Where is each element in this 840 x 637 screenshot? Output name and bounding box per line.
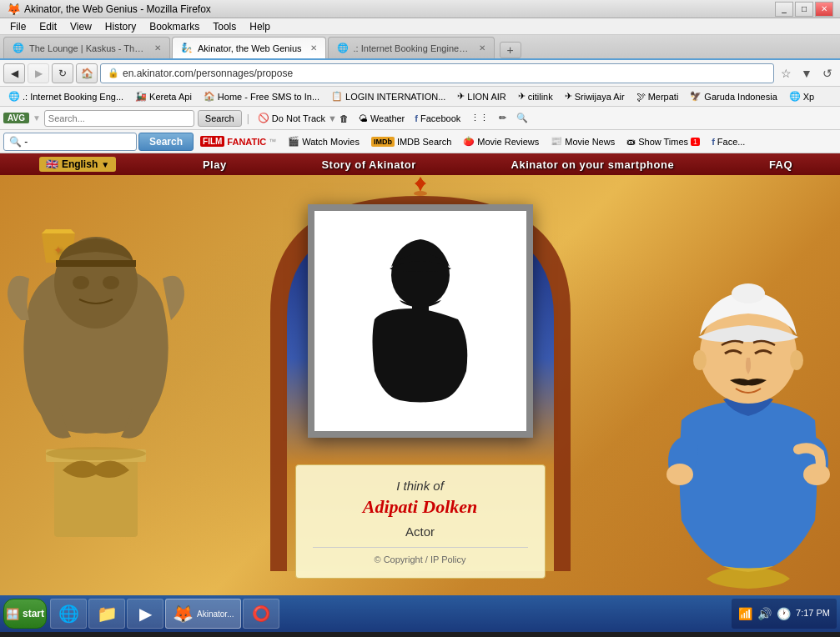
tab-booking[interactable]: 🌐 .: Internet Booking Engine of Asia Wis… xyxy=(328,37,495,58)
bm-merpati[interactable]: 🕊 Merpati xyxy=(631,90,684,103)
facebook-btn[interactable]: f Facebook xyxy=(411,112,464,125)
show-times-badge: 1 xyxy=(691,138,700,146)
taskbar-firefox-item[interactable]: 🦊 Akinator... xyxy=(165,599,241,629)
bookmark-star-icon[interactable]: ☆ xyxy=(777,64,795,83)
imdb-item[interactable]: IMDb IMDB Search xyxy=(366,136,456,148)
bm-kereta[interactable]: 🚂 Kereta Api xyxy=(130,89,197,103)
menu-tools[interactable]: Tools xyxy=(206,19,243,34)
menu-edit[interactable]: Edit xyxy=(33,19,63,34)
refresh-icon[interactable]: ↺ xyxy=(818,64,837,83)
imdb-icon: IMDb xyxy=(371,137,395,147)
tab-akinator-close[interactable]: ✕ xyxy=(310,43,317,53)
maximize-button[interactable]: □ xyxy=(795,2,813,17)
bm-lion[interactable]: ✈ LION AIR xyxy=(452,89,511,103)
main-search-button[interactable]: Search xyxy=(138,133,194,151)
movie-reviews-item[interactable]: 🍅 Movie Reviews xyxy=(458,135,544,148)
forward-button[interactable]: ▶ xyxy=(28,63,49,83)
taskbar-extra-item[interactable]: ⭕ xyxy=(243,599,279,629)
bm-booking[interactable]: 🌐 .: Internet Booking Eng... xyxy=(3,89,128,103)
menu-history[interactable]: History xyxy=(98,19,143,34)
bm-kereta-label: Kereta Api xyxy=(149,92,192,102)
watch-movies-label: Watch Movies xyxy=(302,137,360,147)
taskbar-ie-item[interactable]: 🌐 xyxy=(50,599,87,629)
top-lamp xyxy=(408,175,433,198)
ak-nav-play[interactable]: Play xyxy=(194,158,235,171)
bm-lion-icon: ✈ xyxy=(457,91,465,102)
bm-sms[interactable]: 🏠 Home - Free SMS to In... xyxy=(199,89,324,103)
bm-xp[interactable]: 🌐 Xp xyxy=(784,89,819,103)
firefox-icon: 🦊 xyxy=(173,604,194,624)
tab-akinator[interactable]: 🧞 Akinator, the Web Genius ✕ xyxy=(172,37,326,58)
home-button[interactable]: 🏠 xyxy=(76,63,98,83)
ak-nav-faq[interactable]: FAQ xyxy=(761,158,801,171)
menu-help[interactable]: Help xyxy=(243,19,277,34)
avg-search-input[interactable] xyxy=(44,110,194,127)
bm-sriwijaya[interactable]: ✈ Sriwijaya Air xyxy=(560,89,630,103)
system-clock[interactable]: 7:17 PM xyxy=(796,607,830,619)
toolbar2-icon3[interactable]: 🔍 xyxy=(513,111,531,125)
reload-button[interactable]: ↻ xyxy=(52,63,73,83)
do-not-track-btn[interactable]: 🚫 Do Not Track ▼ 🗑 xyxy=(254,111,352,125)
sphinx-decoration xyxy=(4,237,188,554)
start-button[interactable]: 🪟 start xyxy=(3,599,47,629)
nav-bar: ◀ ▶ ↻ 🏠 🔒 en.akinator.com/personnages/pr… xyxy=(0,60,840,87)
avg-search-button[interactable]: Search xyxy=(198,110,242,127)
bm-sriwijaya-label: Sriwijaya Air xyxy=(575,92,625,102)
title-bar: 🦊 Akinator, the Web Genius - Mozilla Fir… xyxy=(0,0,840,18)
imdb-label: IMDB Search xyxy=(397,137,451,147)
toolbar3: Search FILM FANATIC ™ 🎬 Watch Movies IMD… xyxy=(0,130,840,153)
show-times-item[interactable]: 🎟 Show Times 1 xyxy=(621,136,705,148)
main-content: ✦ xyxy=(0,175,840,595)
toolbar3-facebook-item[interactable]: f Face... xyxy=(707,136,750,148)
menu-bookmarks[interactable]: Bookmarks xyxy=(143,19,206,34)
minimize-button[interactable]: _ xyxy=(775,2,793,17)
toolbar2-search-icon: 🔍 xyxy=(516,113,528,123)
lang-label: English xyxy=(62,158,98,170)
tab-kaskus-close[interactable]: ✕ xyxy=(154,43,161,53)
tab-booking-close[interactable]: ✕ xyxy=(479,43,485,53)
svg-point-19 xyxy=(666,464,693,485)
taskbar-tray: 📶 🔊 🕐 7:17 PM xyxy=(732,599,837,629)
back-button[interactable]: ◀ xyxy=(3,63,25,83)
nav-extra-icon[interactable]: ▼ xyxy=(797,64,816,83)
url-bar[interactable]: 🔒 en.akinator.com/personnages/propose xyxy=(100,63,774,83)
bm-merpati-icon: 🕊 xyxy=(636,92,646,102)
bm-citilink[interactable]: ✈ citilink xyxy=(513,89,558,103)
ak-nav-story[interactable]: Story of Akinator xyxy=(313,158,424,171)
new-tab-button[interactable]: + xyxy=(500,42,521,58)
bm-login[interactable]: 📋 LOGIN INTERNATION... xyxy=(326,89,450,103)
nav-icons: ☆ ▼ ↺ xyxy=(777,64,837,83)
filmfanatic-label: FANATIC xyxy=(227,137,266,147)
taskbar-folder-item[interactable]: 📁 xyxy=(88,599,125,629)
bm-garuda[interactable]: 🦅 Garuda Indonesia xyxy=(685,89,782,103)
watch-movies-item[interactable]: 🎬 Watch Movies xyxy=(283,135,365,148)
toolbar2-icon1[interactable]: ⋮⋮ xyxy=(467,111,492,125)
menu-file[interactable]: File xyxy=(3,19,33,34)
ak-nav-smartphone[interactable]: Akinator on your smartphone xyxy=(503,158,683,171)
menu-view[interactable]: View xyxy=(63,19,98,34)
movie-news-item[interactable]: 📰 Movie News xyxy=(546,135,620,148)
akinator-character xyxy=(656,237,840,595)
tab-akinator-label: Akinator, the Web Genius xyxy=(198,43,302,53)
filmfanatic-item[interactable]: FILM FANATIC ™ xyxy=(195,135,281,148)
movie-reviews-icon: 🍅 xyxy=(463,136,475,147)
svg-point-23 xyxy=(693,350,707,370)
filmfanatic-icon: FILM xyxy=(200,136,224,147)
main-search-input[interactable] xyxy=(3,133,137,151)
svg-point-25 xyxy=(414,191,427,196)
taskbar-media-item[interactable]: ▶ xyxy=(127,599,163,629)
tab-kaskus[interactable]: 🌐 The Lounge | Kaskus - The Largest In..… xyxy=(3,37,170,58)
svg-point-22 xyxy=(732,283,765,303)
show-times-icon: 🎟 xyxy=(626,137,636,147)
window-controls: _ □ ✕ xyxy=(775,2,833,17)
close-button[interactable]: ✕ xyxy=(815,2,833,17)
weather-btn[interactable]: 🌤 Weather xyxy=(355,112,408,125)
bm-lion-label: LION AIR xyxy=(467,92,506,102)
bm-sms-label: Home - Free SMS to In... xyxy=(218,92,319,102)
toolbar2-icon2[interactable]: ✏ xyxy=(495,111,510,125)
language-selector[interactable]: 🇬🇧 English ▼ xyxy=(39,157,116,172)
tray-network-icon: 📶 xyxy=(738,607,752,620)
tray-volume-icon: 🔊 xyxy=(757,607,772,620)
bm-login-icon: 📋 xyxy=(331,91,343,102)
ie-icon: 🌐 xyxy=(58,604,79,624)
